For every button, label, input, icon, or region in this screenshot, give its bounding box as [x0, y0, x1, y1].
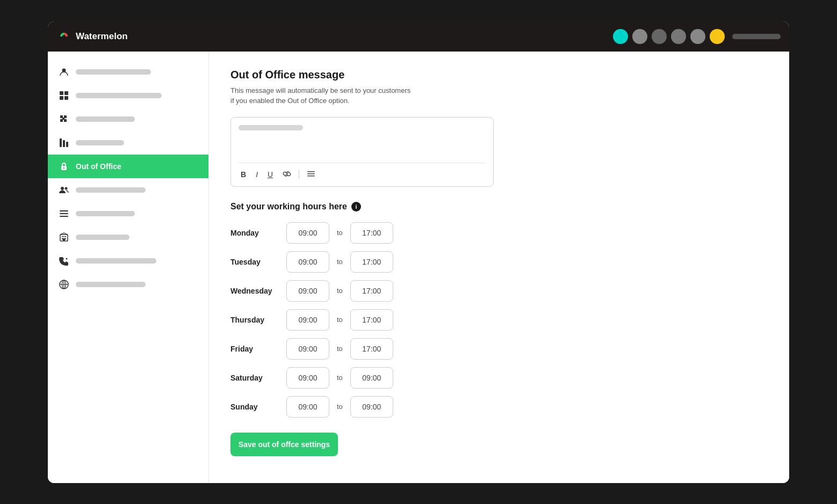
svg-rect-8: [63, 140, 65, 147]
header-user-bar: [732, 34, 781, 39]
logo-icon: [56, 29, 71, 44]
info-icon: i: [351, 202, 361, 211]
italic-button[interactable]: I: [254, 169, 260, 180]
svg-rect-18: [62, 236, 63, 237]
sidebar-item-phone[interactable]: [48, 249, 208, 273]
message-editor[interactable]: B I U: [230, 117, 494, 187]
header-logo: Watermelon: [56, 29, 128, 44]
hours-row: Wednesday to: [230, 280, 488, 302]
working-hours-grid: Monday to Tuesday to Wednesday to Thursd…: [230, 222, 488, 418]
building-icon: [59, 232, 69, 243]
dot-gray4[interactable]: [690, 29, 705, 44]
svg-point-12: [61, 187, 64, 190]
hours-row: Saturday to: [230, 367, 488, 389]
working-hours-section-title: Set your working hours here i: [230, 202, 768, 211]
svg-rect-15: [60, 213, 68, 214]
sidebar-item-out-of-office[interactable]: Out of Office: [48, 155, 208, 178]
svg-rect-21: [62, 238, 63, 239]
puzzle-icon: [59, 114, 69, 125]
sidebar-item-list-label: [76, 211, 135, 216]
svg-rect-4: [64, 91, 68, 95]
day-label: Monday: [230, 229, 279, 237]
day-label: Sunday: [230, 403, 279, 411]
dot-teal[interactable]: [613, 29, 628, 44]
hours-row: Friday to: [230, 338, 488, 360]
sidebar-item-dashboard-label: [76, 93, 162, 98]
list-button[interactable]: [305, 169, 318, 181]
svg-rect-20: [65, 236, 66, 237]
hours-row: Thursday to: [230, 309, 488, 331]
editor-toolbar: B I U: [239, 163, 486, 181]
sidebar-item-building[interactable]: [48, 225, 208, 249]
sidebar: Out of Office: [48, 52, 209, 483]
sidebar-item-profile[interactable]: [48, 60, 208, 84]
team-icon: [59, 185, 69, 195]
svg-rect-23: [63, 238, 65, 241]
svg-point-24: [66, 258, 68, 259]
sidebar-item-data[interactable]: [48, 131, 208, 155]
time-to-input[interactable]: [350, 251, 393, 273]
save-button[interactable]: Save out of offce settings: [230, 433, 338, 456]
time-from-input[interactable]: [286, 280, 329, 302]
day-label: Tuesday: [230, 258, 279, 266]
svg-rect-30: [307, 173, 315, 174]
svg-rect-7: [60, 138, 62, 147]
app-title: Watermelon: [76, 31, 128, 42]
time-to-input[interactable]: [350, 338, 393, 360]
dot-gray2[interactable]: [652, 29, 667, 44]
dot-yellow[interactable]: [710, 29, 725, 44]
link-button[interactable]: [280, 169, 293, 181]
time-to-input[interactable]: [350, 367, 393, 389]
time-from-input[interactable]: [286, 251, 329, 273]
sidebar-item-dashboard[interactable]: [48, 84, 208, 107]
underline-button[interactable]: U: [265, 169, 275, 180]
time-to-input[interactable]: [350, 222, 393, 244]
dot-gray1[interactable]: [632, 29, 647, 44]
svg-rect-22: [65, 238, 66, 239]
svg-rect-3: [60, 91, 63, 95]
hours-row: Tuesday to: [230, 251, 488, 273]
sidebar-item-list[interactable]: [48, 202, 208, 225]
to-label: to: [337, 229, 343, 237]
app-window: Watermelon: [48, 21, 789, 483]
time-from-input[interactable]: [286, 367, 329, 389]
svg-rect-9: [66, 142, 68, 147]
dot-gray3[interactable]: [671, 29, 686, 44]
to-label: to: [337, 316, 343, 324]
bold-button[interactable]: B: [239, 169, 248, 180]
time-to-input[interactable]: [350, 396, 393, 418]
svg-rect-6: [64, 96, 68, 100]
day-label: Saturday: [230, 374, 279, 382]
phone-icon: [59, 255, 69, 266]
sidebar-item-building-label: [76, 235, 129, 240]
hours-row: Monday to: [230, 222, 488, 244]
header: Watermelon: [48, 21, 789, 52]
sidebar-item-team[interactable]: [48, 178, 208, 202]
lock-icon: [59, 161, 69, 172]
sidebar-item-integrations-label: [76, 116, 135, 122]
day-label: Friday: [230, 345, 279, 353]
sidebar-item-globe[interactable]: [48, 273, 208, 296]
to-label: to: [337, 345, 343, 353]
editor-placeholder: [239, 125, 303, 130]
time-from-input[interactable]: [286, 338, 329, 360]
time-from-input[interactable]: [286, 222, 329, 244]
hours-row: Sunday to: [230, 396, 488, 418]
sidebar-item-out-of-office-label: Out of Office: [76, 162, 121, 171]
sidebar-item-integrations[interactable]: [48, 107, 208, 131]
body: Out of Office: [48, 52, 789, 483]
time-from-input[interactable]: [286, 396, 329, 418]
main-content: Out of Office message This message will …: [209, 52, 789, 483]
toolbar-divider: [299, 170, 299, 179]
time-to-input[interactable]: [350, 309, 393, 331]
day-label: Wednesday: [230, 287, 279, 295]
page-title: Out of Office message: [230, 69, 768, 81]
header-right: [613, 29, 781, 44]
sidebar-item-globe-label: [76, 282, 146, 287]
to-label: to: [337, 258, 343, 266]
time-from-input[interactable]: [286, 309, 329, 331]
time-to-input[interactable]: [350, 280, 393, 302]
page-description: This message will automatically be sent …: [230, 85, 768, 106]
day-label: Thursday: [230, 316, 279, 324]
svg-point-13: [65, 187, 68, 189]
